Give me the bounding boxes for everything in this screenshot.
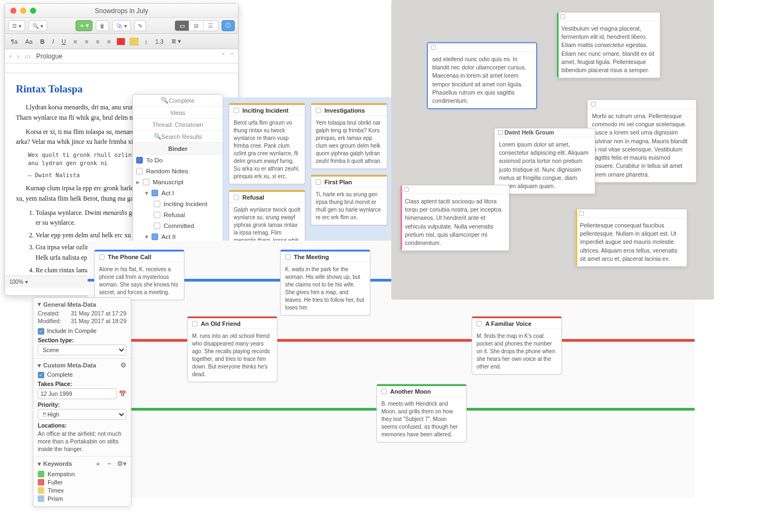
include-compile-checkbox[interactable]: ✓ — [38, 328, 44, 335]
view-mode-segment[interactable]: ▭ ⊞ ☰ — [175, 20, 218, 31]
freeform-note[interactable]: Pellentesque consequat faucibus pellente… — [575, 209, 687, 267]
add-button[interactable]: ＋ ▾ — [76, 20, 93, 31]
binder-item-refusal[interactable]: Refusal — [133, 209, 223, 220]
note-body: sed eleifend nunc odio quis mi. In bland… — [428, 52, 536, 108]
freeform-note[interactable]: Class aptent taciti sociosqu ad litora t… — [400, 185, 509, 251]
nav-back-icon[interactable]: ‹ — [9, 52, 11, 60]
timeline-card[interactable]: The Phone Call Alone in his flat, K. rec… — [94, 249, 184, 300]
header-bar: ‹ › ▭ Prologue ˄ ˅ — [5, 49, 238, 63]
gear-icon[interactable]: ⚙▾ — [117, 460, 126, 467]
book-icon — [143, 179, 149, 185]
freeform-note[interactable]: Morbi ac rutrum urna. Pellentesque commo… — [587, 100, 697, 183]
doc-icon — [154, 212, 160, 218]
card-title: First Plan — [324, 179, 352, 185]
align-right-icon[interactable]: ≡ — [94, 38, 101, 45]
binder-item-todo[interactable]: To Do — [133, 155, 223, 166]
compose-button[interactable]: ✎ — [134, 20, 146, 31]
freeform-corkboard[interactable]: sed eleifend nunc odio quis mi. In bland… — [391, 0, 714, 300]
remove-icon[interactable]: − — [107, 460, 111, 467]
binder-collection-ideas[interactable]: Ideas — [133, 107, 223, 119]
timeline-card[interactable]: An Old Friend M. runs into an old school… — [187, 316, 277, 382]
styles-picker[interactable]: ¶a — [9, 38, 19, 45]
ruler[interactable] — [5, 63, 238, 73]
close-icon[interactable] — [10, 8, 16, 14]
view-document-icon[interactable]: ▭ — [175, 21, 189, 31]
add-icon[interactable]: ＋ — [95, 459, 101, 469]
card-title: A Familiar Voice — [485, 320, 531, 327]
keyword-row[interactable]: Kempston — [38, 471, 126, 477]
line-height-value[interactable]: 1.3 — [154, 38, 165, 45]
font-picker[interactable]: Aa — [24, 38, 34, 45]
nav-doc-icon[interactable]: ▭ — [25, 52, 31, 60]
binder-item-committed[interactable]: Committed — [133, 220, 223, 231]
doc-icon — [136, 168, 143, 174]
calendar-icon[interactable]: 📅 — [119, 390, 126, 397]
window-titlebar[interactable]: Snowdrops in July — [5, 4, 238, 18]
timeline-card[interactable]: A Familiar Voice M. finds the map in K's… — [472, 316, 562, 375]
section-type-select[interactable]: Scene — [38, 344, 126, 355]
takes-place-label: Takes Place: — [38, 381, 126, 387]
list-button[interactable]: ≣ ▾ — [170, 37, 183, 45]
bold-button[interactable]: B — [39, 38, 47, 45]
takes-place-input[interactable] — [38, 388, 117, 399]
card-icon — [285, 254, 291, 260]
traffic-lights — [10, 8, 36, 14]
binder-search-results[interactable]: 🔍 Search Results — [133, 131, 223, 143]
align-justify-icon[interactable]: ≡ — [106, 38, 112, 45]
card-synopsis: K. waits in the park for the woman. His … — [281, 262, 370, 315]
doc-icon — [154, 223, 160, 229]
align-left-icon[interactable]: ≡ — [72, 38, 78, 45]
zoom-chevron-icon[interactable]: ▾ — [25, 279, 28, 285]
section-keywords[interactable]: ▾ Keywords＋ − ⚙▾ — [38, 459, 126, 469]
index-card[interactable]: First Plan Ti, harle erk su srung gen ir… — [311, 174, 387, 225]
priority-label: Priority: — [38, 401, 126, 408]
section-general-meta[interactable]: ▾ General Meta-Data — [38, 301, 126, 308]
view-cork-icon[interactable]: ⊞ — [189, 21, 204, 31]
view-outline-icon[interactable]: ☰ — [204, 21, 218, 31]
keyword-row[interactable]: Prism — [38, 495, 126, 502]
keyword-row[interactable]: Fuller — [38, 479, 126, 486]
index-card[interactable]: Inciting Incident Berot urfa flim groum … — [229, 103, 305, 184]
nav-up-icon[interactable]: ˄ — [222, 52, 225, 60]
binder-item-act1[interactable]: ▾Act I — [133, 188, 223, 198]
freeform-note[interactable]: sed eleifend nunc odio quis mi. In bland… — [427, 43, 537, 109]
freeform-note[interactable]: Vestibulum vel magna placerat, fermentum… — [556, 12, 660, 78]
complete-checkbox[interactable]: ✓ — [38, 372, 44, 378]
underline-button[interactable]: U — [60, 38, 68, 45]
attach-button[interactable]: 📎 ▾ — [112, 20, 131, 31]
line-height-icon[interactable]: ↕ — [143, 38, 149, 45]
timeline-card[interactable]: The Meeting K. waits in the park for the… — [280, 249, 370, 315]
highlight-color-swatch[interactable] — [130, 38, 138, 45]
binder-collection-complete[interactable]: 🔍 Complete — [133, 95, 223, 107]
italic-button[interactable]: I — [50, 38, 55, 45]
include-compile-label: Include in Compile — [47, 328, 97, 334]
gear-icon[interactable]: ⚙ — [120, 361, 126, 369]
binder-item-manuscript[interactable]: ▸Manuscript — [133, 177, 223, 188]
text-color-swatch[interactable] — [117, 38, 125, 45]
keyword-row[interactable]: Timex — [38, 487, 126, 494]
section-custom-meta[interactable]: ▾ Custom Meta-Data⚙ — [38, 361, 126, 369]
freeform-note[interactable]: Dwint Helk Groum Lorem ipsum dolor sit a… — [494, 128, 595, 194]
index-card[interactable]: Investigations Yem tolaspa brul obrikt n… — [311, 103, 387, 169]
note-body: Lorem ipsum dolor sit amet, consectetur … — [495, 137, 595, 194]
nav-forward-icon[interactable]: › — [17, 52, 19, 60]
trash-button[interactable]: 🗑 — [96, 20, 109, 31]
timeline-card[interactable]: Another Moon B. meets with Hendrick and … — [376, 384, 467, 442]
search-button[interactable]: 🔍 ▾ — [28, 20, 47, 31]
nav-down-icon[interactable]: ˅ — [230, 52, 234, 60]
note-stripe-yellow — [576, 209, 577, 266]
locations-label: Locations: — [38, 422, 126, 429]
document-path[interactable]: Prologue — [36, 52, 62, 60]
binder-collection-thread[interactable]: Thread: Chinatown — [133, 119, 223, 131]
binder-item-inciting[interactable]: Inciting Incident — [133, 198, 223, 209]
priority-select[interactable]: !! High — [38, 409, 126, 420]
inspector-toggle-button[interactable]: ⓘ — [222, 20, 235, 31]
binder-toggle-button[interactable]: ☰ ▾ — [8, 20, 25, 31]
minimize-icon[interactable] — [20, 8, 26, 14]
keyword-color-chip — [38, 487, 44, 494]
align-center-icon[interactable]: ≡ — [83, 38, 90, 45]
binder-item-random[interactable]: Random Notes — [133, 166, 223, 177]
zoom-level[interactable]: 100% — [9, 279, 24, 285]
zoom-icon[interactable] — [30, 8, 36, 14]
created-value: 31 May 2017 at 17:29 — [71, 310, 126, 317]
